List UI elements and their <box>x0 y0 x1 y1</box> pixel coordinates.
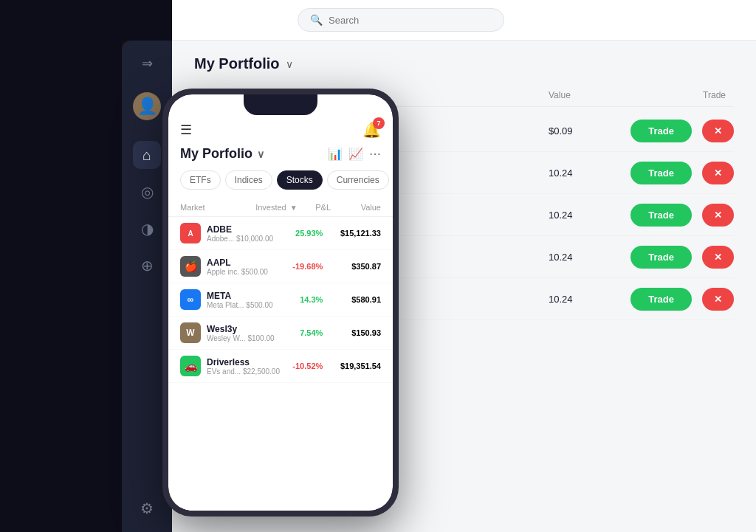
phone-notch <box>244 94 317 115</box>
ph-wesl-logo: W <box>180 322 201 343</box>
phone-row: A ADBE Adobe... $10,000.00 25.93% $15,12… <box>168 217 393 250</box>
phone-row: W Wesl3y Wesley W... $100.00 7.54% $150.… <box>168 317 393 350</box>
col-value-header: Value <box>549 90 622 100</box>
phone-table-header: Market Invested ▼ P&L Value <box>168 198 393 217</box>
ph-wesl-pl: 7.54% <box>284 328 323 337</box>
ph-aapl-info: AAPL Apple inc. $500.00 <box>207 258 284 276</box>
sidebar-item-compass[interactable]: ⊕ <box>133 252 161 280</box>
portfolio-title: My Portfolio <box>194 55 280 72</box>
phone-screen: ☰ 🔔 7 My Porfolio ∨ 📊 📈 ⋯ ETFs Indices S… <box>168 94 393 511</box>
col-trade-header: Trade <box>622 90 726 100</box>
ph-adbe-sub: Adobe... $10,000.00 <box>207 235 284 243</box>
ph-adbe-info: ADBE Adobe... $10,000.00 <box>207 224 284 243</box>
ph-driv-sub: EVs and... $22,500.00 <box>207 367 284 376</box>
ph-wesl-info: Wesl3y Wesley W... $100.00 <box>207 324 284 342</box>
ph-adbe-pl: 25.93% <box>284 229 323 238</box>
ph-col-pl-header: P&L <box>298 203 331 212</box>
wesl-sell-button[interactable]: ✕ <box>702 246 734 269</box>
phone-dropdown-icon[interactable]: ∨ <box>257 148 264 160</box>
ph-adbe-logo: A <box>180 223 201 243</box>
driv-sell-button[interactable]: ✕ <box>702 288 734 311</box>
phone-more-icon[interactable]: ⋯ <box>369 147 381 161</box>
ph-col-invested-header: Invested ▼ <box>247 203 298 212</box>
sidebar-item-home[interactable]: ⌂ <box>133 141 161 169</box>
sidebar-item-watchlist[interactable]: ◎ <box>133 178 161 206</box>
phone-tabs: ETFs Indices Stocks Currencies <box>168 170 393 198</box>
meta-trade-button[interactable]: Trade <box>630 204 692 227</box>
ph-aapl-pl: -19.68% <box>284 262 323 271</box>
ph-aapl-sub: Apple inc. $500.00 <box>207 268 284 276</box>
ph-col-market-header: Market <box>180 203 247 212</box>
wesl-trade-actions: Trade ✕ <box>622 246 734 269</box>
phone-portfolio-header: My Porfolio ∨ 📊 📈 ⋯ <box>168 146 393 170</box>
ph-meta-sub: Meta Plat... $500.00 <box>207 301 284 309</box>
driv-trade-button[interactable]: Trade <box>630 288 692 311</box>
sidebar-item-portfolio[interactable]: ◑ <box>133 215 161 243</box>
adbe-trade-button[interactable]: Trade <box>630 120 692 142</box>
meta-value: 10.24 <box>549 210 622 221</box>
aapl-trade-actions: Trade ✕ <box>622 162 734 184</box>
ph-driv-ticker: Driverless <box>207 357 284 367</box>
tab-etfs[interactable]: ETFs <box>180 170 221 190</box>
search-bar[interactable]: 🔍 <box>298 8 504 32</box>
ph-meta-value: $580.91 <box>323 295 381 304</box>
phone-notification-bell[interactable]: 🔔 7 <box>362 121 381 139</box>
wesl-trade-button[interactable]: Trade <box>630 246 692 269</box>
eye-icon: ◎ <box>141 183 154 201</box>
adbe-trade-actions: Trade ✕ <box>622 120 734 142</box>
driv-trade-actions: Trade ✕ <box>622 288 734 311</box>
ph-aapl-value: $350.87 <box>323 262 381 271</box>
ph-col-value-header: Value <box>331 203 381 212</box>
meta-sell-button[interactable]: ✕ <box>702 204 734 227</box>
tab-currencies[interactable]: Currencies <box>327 170 389 190</box>
ph-wesl-ticker: Wesl3y <box>207 324 284 334</box>
ph-driv-pl: -10.52% <box>284 362 323 370</box>
phone-row: 🍎 AAPL Apple inc. $500.00 -19.68% $350.8… <box>168 250 393 283</box>
portfolio-dropdown-icon[interactable]: ∨ <box>286 58 293 70</box>
ph-meta-ticker: META <box>207 291 284 301</box>
wesl-value: 10.24 <box>549 252 622 263</box>
avatar[interactable]: 👤 <box>133 92 161 120</box>
driv-value: 10.24 <box>549 294 622 305</box>
gear-icon: ⚙ <box>140 500 154 517</box>
phone-chart-icons: 📊 📈 ⋯ <box>328 147 381 161</box>
adbe-value: $0.09 <box>549 125 622 137</box>
ph-meta-logo: ∞ <box>180 289 201 310</box>
compass-icon: ⊕ <box>141 257 154 274</box>
ph-meta-pl: 14.3% <box>284 295 323 304</box>
tab-indices[interactable]: Indices <box>225 170 272 190</box>
ph-adbe-ticker: ADBE <box>207 224 284 235</box>
phone-mockup: ☰ 🔔 7 My Porfolio ∨ 📊 📈 ⋯ ETFs Indices S… <box>162 89 399 517</box>
portfolio-header: My Portfolio ∨ <box>194 55 734 72</box>
sidebar-settings[interactable]: ⚙ <box>140 500 154 517</box>
ph-driv-info: Driverless EVs and... $22,500.00 <box>207 357 284 376</box>
phone-bar-chart-icon[interactable]: 📊 <box>328 147 343 161</box>
phone-row: ∞ META Meta Plat... $500.00 14.3% $580.9… <box>168 283 393 317</box>
laptop-left-frame <box>0 0 122 532</box>
search-icon: 🔍 <box>310 14 323 26</box>
phone-menu-icon[interactable]: ☰ <box>180 122 192 138</box>
ph-adbe-value: $15,121.33 <box>323 229 381 238</box>
phone-line-chart-icon[interactable]: 📈 <box>348 147 363 161</box>
meta-trade-actions: Trade ✕ <box>622 204 734 227</box>
ph-wesl-value: $150.93 <box>323 328 381 337</box>
search-input[interactable] <box>329 15 492 26</box>
sidebar-menu-icon[interactable]: ⇒ <box>142 55 153 72</box>
home-icon: ⌂ <box>142 147 151 164</box>
adbe-sell-button[interactable]: ✕ <box>702 120 734 142</box>
tab-stocks[interactable]: Stocks <box>277 170 323 190</box>
ph-meta-info: META Meta Plat... $500.00 <box>207 291 284 309</box>
phone-row: 🚗 Driverless EVs and... $22,500.00 -10.5… <box>168 350 393 383</box>
pie-icon: ◑ <box>141 220 154 238</box>
aapl-sell-button[interactable]: ✕ <box>702 162 734 184</box>
ph-wesl-sub: Wesley W... $100.00 <box>207 334 284 342</box>
ph-driv-logo: 🚗 <box>180 356 201 376</box>
phone-portfolio-title: My Porfolio ∨ <box>180 146 264 162</box>
phone-notification-badge: 7 <box>373 117 385 129</box>
ph-aapl-logo: 🍎 <box>180 256 201 277</box>
aapl-value: 10.24 <box>549 167 622 179</box>
aapl-trade-button[interactable]: Trade <box>630 162 692 184</box>
header: 🔍 <box>172 0 756 41</box>
ph-aapl-ticker: AAPL <box>207 258 284 268</box>
ph-driv-value: $19,351.54 <box>323 362 381 370</box>
